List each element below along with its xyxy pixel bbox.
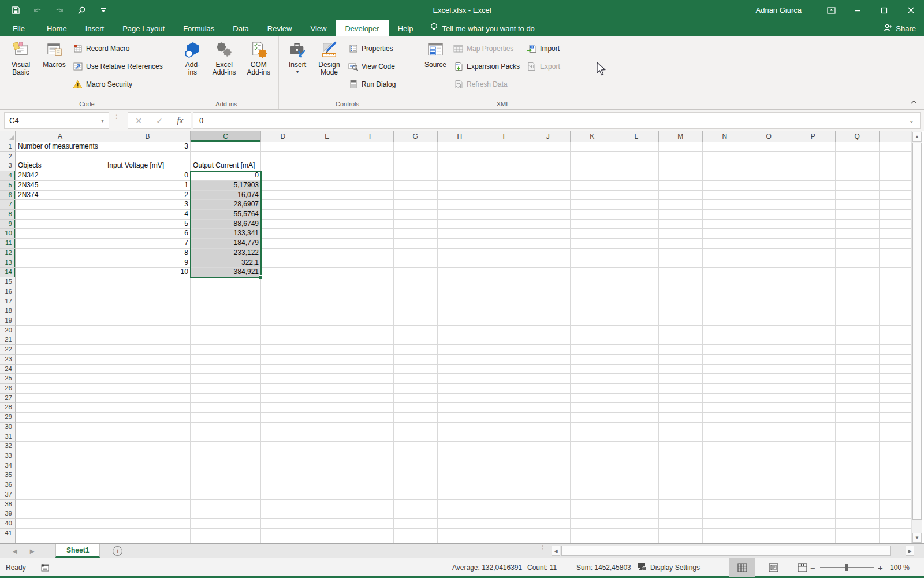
cell-x11[interactable] xyxy=(880,239,911,249)
cell-K38[interactable] xyxy=(571,500,615,510)
cell-B11[interactable]: 7 xyxy=(105,239,191,249)
cell-L41[interactable] xyxy=(614,529,659,539)
cell-N34[interactable] xyxy=(703,461,747,471)
scroll-right-icon[interactable]: ▶ xyxy=(906,546,914,556)
cell-E39[interactable] xyxy=(305,509,350,519)
cell-J39[interactable] xyxy=(526,509,571,519)
column-header-F[interactable]: F xyxy=(349,131,394,142)
cell-O27[interactable] xyxy=(747,394,792,403)
cancel-icon[interactable]: ✕ xyxy=(131,116,146,125)
cell-F24[interactable] xyxy=(349,365,394,375)
cell-B13[interactable]: 9 xyxy=(105,258,191,268)
cell-J36[interactable] xyxy=(526,480,571,490)
cell-D7[interactable] xyxy=(261,200,305,210)
cell-x27[interactable] xyxy=(880,394,911,403)
cell-C8[interactable]: 55,5764 xyxy=(191,210,261,220)
row-header-21[interactable]: 21 xyxy=(0,335,16,345)
cell-x15[interactable] xyxy=(880,277,911,287)
cell-C34[interactable] xyxy=(191,461,261,471)
cell-C19[interactable] xyxy=(191,316,261,326)
cell-J21[interactable] xyxy=(526,335,571,345)
row-header-26[interactable]: 26 xyxy=(0,384,16,394)
cell-J18[interactable] xyxy=(526,306,571,316)
cell-K22[interactable] xyxy=(571,345,615,355)
row-header-8[interactable]: 8 xyxy=(0,210,16,220)
cell-Q28[interactable] xyxy=(836,403,880,413)
row-header-30[interactable]: 30 xyxy=(0,423,16,432)
cell-C1[interactable] xyxy=(191,142,261,152)
cell-B9[interactable]: 5 xyxy=(105,220,191,229)
cell-H1[interactable] xyxy=(438,142,482,152)
cell-I37[interactable] xyxy=(482,490,527,500)
cell-B6[interactable]: 2 xyxy=(105,191,191,201)
cell-B38[interactable] xyxy=(105,500,191,510)
cell-B3[interactable]: Input Voltage [mV] xyxy=(105,161,191,171)
cell-Q31[interactable] xyxy=(836,432,880,442)
column-header-partial[interactable] xyxy=(880,131,911,142)
view-normal-button[interactable] xyxy=(729,558,755,577)
cell-K35[interactable] xyxy=(571,470,615,480)
cell-I19[interactable] xyxy=(482,316,527,326)
expand-formula-bar-icon[interactable]: ⌄ xyxy=(909,117,914,124)
cell-J22[interactable] xyxy=(526,345,571,355)
cell-P35[interactable] xyxy=(791,470,836,480)
cell-N2[interactable] xyxy=(703,152,747,162)
tab-view[interactable]: View xyxy=(301,20,336,36)
cell-K2[interactable] xyxy=(571,152,615,162)
cell-G15[interactable] xyxy=(394,277,438,287)
cell-M30[interactable] xyxy=(659,423,703,432)
cell-H11[interactable] xyxy=(438,239,482,249)
cell-D20[interactable] xyxy=(261,326,305,336)
cell-L3[interactable] xyxy=(614,161,659,171)
tab-data[interactable]: Data xyxy=(223,20,258,36)
cell-x23[interactable] xyxy=(880,355,911,365)
worksheet-grid[interactable]: ABCDEFGHIJKLMNOPQ 1Number of measurement… xyxy=(0,131,924,543)
cell-N28[interactable] xyxy=(703,403,747,413)
row-header-11[interactable]: 11 xyxy=(0,239,16,249)
cell-M18[interactable] xyxy=(659,306,703,316)
cell-G38[interactable] xyxy=(394,500,438,510)
cell-D35[interactable] xyxy=(261,470,305,480)
cell-M31[interactable] xyxy=(659,432,703,442)
cell-L35[interactable] xyxy=(614,470,659,480)
cell-N10[interactable] xyxy=(703,229,747,239)
cell-F29[interactable] xyxy=(349,413,394,423)
cell-I24[interactable] xyxy=(482,365,527,375)
cell-P29[interactable] xyxy=(791,413,836,423)
cell-C35[interactable] xyxy=(191,470,261,480)
cell-K26[interactable] xyxy=(571,384,615,394)
cell-C14[interactable]: 384,921 xyxy=(191,268,261,277)
status-average[interactable]: Average: 132,0416391 xyxy=(452,558,522,577)
cell-P12[interactable] xyxy=(791,249,836,258)
cell-L5[interactable] xyxy=(614,181,659,191)
column-header-P[interactable]: P xyxy=(791,131,836,142)
row-header-12[interactable]: 12 xyxy=(0,249,16,258)
tab-page-layout[interactable]: Page Layout xyxy=(113,20,174,36)
cell-A35[interactable] xyxy=(16,470,105,480)
cell-M12[interactable] xyxy=(659,249,703,258)
cell-L2[interactable] xyxy=(614,152,659,162)
customize-qat-icon[interactable] xyxy=(98,5,109,16)
cell-P15[interactable] xyxy=(791,277,836,287)
cell-I14[interactable] xyxy=(482,268,527,277)
cell-M40[interactable] xyxy=(659,519,703,529)
column-header-L[interactable]: L xyxy=(614,131,659,142)
cell-L25[interactable] xyxy=(614,374,659,384)
cell-x26[interactable] xyxy=(880,384,911,394)
cell-x10[interactable] xyxy=(880,229,911,239)
cell-C42[interactable] xyxy=(191,538,261,543)
cell-P24[interactable] xyxy=(791,365,836,375)
cell-F37[interactable] xyxy=(349,490,394,500)
cell-x30[interactable] xyxy=(880,423,911,432)
cell-P33[interactable] xyxy=(791,451,836,461)
cell-F27[interactable] xyxy=(349,394,394,403)
cell-D30[interactable] xyxy=(261,423,305,432)
cell-x3[interactable] xyxy=(880,161,911,171)
cell-K41[interactable] xyxy=(571,529,615,539)
cell-M29[interactable] xyxy=(659,413,703,423)
cell-M26[interactable] xyxy=(659,384,703,394)
cell-K1[interactable] xyxy=(571,142,615,152)
cell-x41[interactable] xyxy=(880,529,911,539)
cell-M5[interactable] xyxy=(659,181,703,191)
cell-G21[interactable] xyxy=(394,335,438,345)
